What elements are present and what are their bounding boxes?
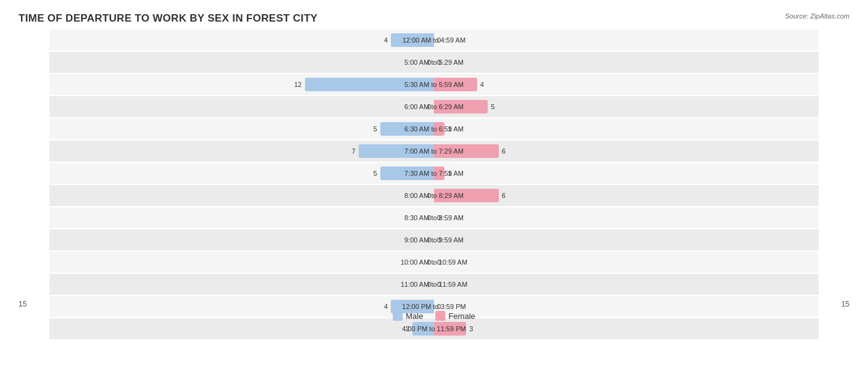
male-value: 0: [427, 281, 431, 288]
male-value: 0: [427, 59, 431, 66]
bar-row: 12 5:30 AM to 5:59 AM 4: [49, 74, 819, 95]
male-bar: [305, 78, 434, 91]
male-value: 12: [294, 81, 301, 88]
female-value: 0: [437, 281, 441, 288]
female-bar: [434, 144, 499, 158]
chart-area: 4 12:00 AM to 4:59 AM 0 0 5:00 AM to 5:2…: [19, 30, 849, 326]
female-value: 5: [491, 103, 495, 110]
bar-row: 7 7:00 AM to 7:29 AM 6: [49, 141, 819, 162]
right-section: 5: [434, 96, 819, 117]
female-bar: [434, 122, 444, 136]
right-section: 1: [434, 163, 819, 184]
female-bar: [434, 100, 488, 113]
right-section: 6: [434, 141, 819, 162]
male-value: 0: [427, 236, 431, 244]
male-legend-box: [393, 311, 403, 321]
female-legend-box: [435, 311, 445, 321]
male-bar: [380, 122, 434, 136]
female-value: 1: [448, 125, 451, 133]
left-section: 12: [49, 74, 434, 95]
left-section: 0: [49, 52, 434, 73]
female-bar: [434, 167, 444, 180]
right-section: 6: [434, 185, 819, 206]
female-value: 4: [480, 81, 484, 88]
left-section: 0: [49, 274, 434, 295]
bar-row: 0 9:00 AM to 9:59 AM 0: [49, 229, 819, 250]
right-section: 0: [434, 274, 819, 295]
axis-left-val: 15: [19, 300, 27, 308]
bar-row: 0 6:00 AM to 6:29 AM 5: [49, 96, 819, 117]
male-bar: [359, 144, 434, 158]
left-section: 0: [49, 185, 434, 206]
male-value: 5: [373, 170, 377, 177]
axis-bottom: 15 15: [19, 300, 849, 308]
female-bar: [434, 322, 466, 336]
right-section: 0: [434, 30, 819, 51]
female-bar: [434, 189, 499, 202]
female-value: 0: [437, 258, 441, 266]
male-value: 5: [373, 125, 377, 133]
chart-container: TIME OF DEPARTURE TO WORK BY SEX IN FORE…: [0, 0, 868, 367]
left-section: 0: [49, 229, 434, 250]
female-value: 0: [437, 236, 441, 244]
right-section: 4: [434, 74, 819, 95]
bar-row: 2 4:00 PM to 11:59 PM 3: [49, 318, 819, 339]
female-legend-label: Female: [448, 311, 475, 321]
female-bar: [434, 78, 477, 91]
left-section: 0: [49, 96, 434, 117]
male-value: 4: [384, 36, 388, 44]
left-section: 4: [49, 30, 434, 51]
female-value: 3: [469, 325, 473, 332]
male-value: 0: [427, 258, 431, 266]
axis-right-val: 15: [841, 300, 849, 308]
bar-row: 5 7:30 AM to 7:59 AM 1: [49, 163, 819, 184]
female-value: 0: [437, 214, 441, 221]
left-section: 5: [49, 118, 434, 139]
male-value: 0: [427, 192, 431, 199]
male-bar: [391, 33, 434, 47]
left-section: 0: [49, 207, 434, 228]
right-section: 1: [434, 118, 819, 139]
legend-female: Female: [435, 311, 475, 321]
bar-row: 4 12:00 AM to 4:59 AM 0: [49, 30, 819, 51]
chart-title: TIME OF DEPARTURE TO WORK BY SEX IN FORE…: [19, 12, 849, 25]
source-text: Source: ZipAtlas.com: [785, 12, 849, 20]
male-value: 2: [406, 325, 409, 332]
right-section: 0: [434, 207, 819, 228]
right-section: 0: [434, 229, 819, 250]
male-value: 0: [427, 103, 431, 110]
left-section: 5: [49, 163, 434, 184]
female-value: 1: [448, 170, 451, 177]
male-legend-label: Male: [406, 311, 423, 321]
bar-row: 0 10:00 AM to 10:59 AM 0: [49, 252, 819, 273]
female-value: 6: [502, 192, 506, 199]
right-section: 0: [434, 52, 819, 73]
right-section: 0: [434, 252, 819, 273]
male-bar: [412, 322, 434, 336]
female-value: 0: [437, 36, 441, 44]
bar-row: 0 11:00 AM to 11:59 AM 0: [49, 274, 819, 295]
legend-male: Male: [393, 311, 423, 321]
bar-row: 0 8:00 AM to 8:29 AM 6: [49, 185, 819, 206]
bar-row: 0 5:00 AM to 5:29 AM 0: [49, 52, 819, 73]
male-bar: [380, 167, 434, 180]
bar-row: 0 8:30 AM to 8:59 AM 0: [49, 207, 819, 228]
left-section: 7: [49, 141, 434, 162]
left-section: 0: [49, 252, 434, 273]
rows-container: 4 12:00 AM to 4:59 AM 0 0 5:00 AM to 5:2…: [49, 30, 819, 292]
male-value: 7: [352, 147, 356, 155]
female-value: 0: [437, 59, 441, 66]
male-value: 0: [427, 214, 431, 221]
right-section: 3: [434, 318, 819, 339]
left-section: 2: [49, 318, 434, 339]
bar-row: 5 6:30 AM to 6:59 AM 1: [49, 118, 819, 139]
female-value: 6: [502, 147, 506, 155]
legend: Male Female: [393, 311, 475, 321]
